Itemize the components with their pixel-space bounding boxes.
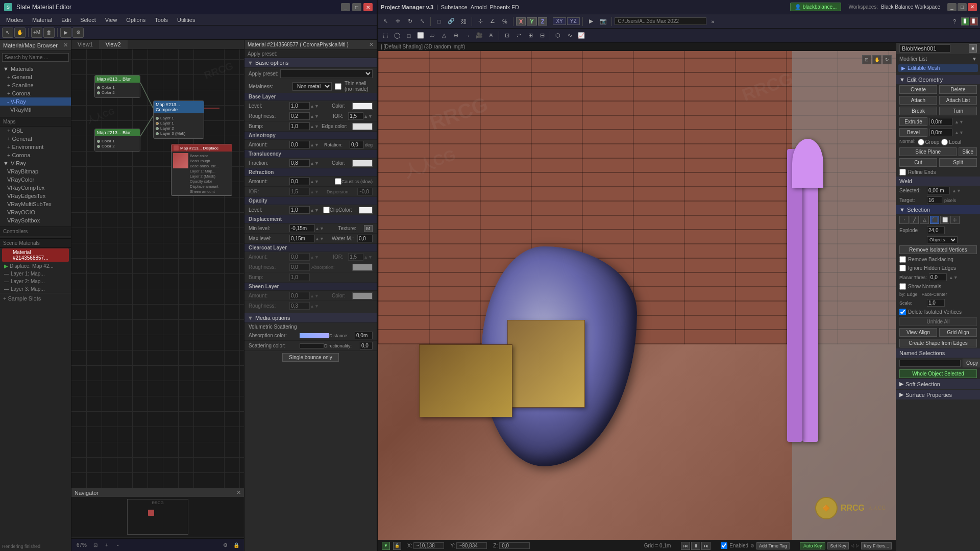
yz-plane-btn[interactable]: YZ [567,17,580,25]
create-btn[interactable]: Create [899,85,937,94]
phoenix-fd-btn[interactable]: Phoenix FD [490,4,519,10]
tb2-curve[interactable]: ∿ [564,31,575,41]
radio-local[interactable]: Local [941,139,961,145]
tb-help-icon[interactable]: ? [949,16,960,27]
menu-edit[interactable]: Edit [57,16,75,24]
tb2-section[interactable]: ⊟ [536,31,548,41]
menu-select[interactable]: Select [76,16,100,24]
tb2-align[interactable]: ⊞ [525,31,536,41]
map-vraysoftbox[interactable]: VRaySoftbox [0,216,71,224]
tb-scale-tool[interactable]: ⤡ [416,16,428,27]
ref-spinner[interactable]: ▲▼ [310,179,319,184]
explode-input[interactable] [927,227,945,234]
weld-target-input[interactable] [927,196,942,204]
hidden-edges-checkbox[interactable] [899,265,906,271]
base-color-swatch[interactable] [352,103,373,110]
tb-settings[interactable]: ⚙ [72,28,84,38]
modifier-list-arrow[interactable]: ▼ [972,56,977,62]
bt-zoom-in[interactable]: + [102,541,111,549]
tb-snap3d[interactable]: ⊹ [475,16,486,27]
bevel-spinner[interactable]: ▲▼ [954,130,964,135]
level-input[interactable] [289,102,310,110]
sel-icon-extra1[interactable]: ⊹ [950,216,960,224]
sel-icon-face[interactable]: △ [920,216,929,224]
vp-zoom-icon[interactable]: ⊡ [862,55,871,64]
rotation-input[interactable] [350,141,364,148]
max-level-spinner[interactable]: ▲▼ [315,236,324,241]
tb2-select[interactable]: ⬚ [380,31,391,41]
sheen-rough-input[interactable] [289,302,310,310]
child-map-displace[interactable]: ▶ Displace: Map #2... [0,262,71,270]
remove-isolated-btn[interactable]: Remove Isolated Vertices [899,245,977,254]
editable-mesh-tag[interactable]: ▶ Editable Mesh [898,64,978,72]
dispersion-input[interactable] [357,188,373,195]
bevel-btn[interactable]: Bevel [899,128,927,137]
bt-settings-icon[interactable]: ⚙ [220,541,230,549]
tb2-target[interactable]: ⊕ [450,31,461,41]
nav-close-icon[interactable]: ✕ [236,489,241,496]
materials-header[interactable]: ▼ Materials [0,65,71,73]
xy-plane-btn[interactable]: XY [553,17,566,25]
map-osl[interactable]: + OSL [0,127,71,135]
set-key-btn[interactable]: Set Key [827,542,849,549]
radio-local-input[interactable] [941,139,948,145]
map-vraycolor[interactable]: VRayColor [0,176,71,184]
metalness-select[interactable]: Non-metal [292,82,332,91]
tb2-mirror[interactable]: ⇌ [513,31,524,41]
named-sel-input[interactable] [899,360,961,367]
menu-tools[interactable]: Tools [151,16,172,24]
view1-tab[interactable]: View1 [71,40,100,49]
aniso-amount-input[interactable] [289,141,310,148]
clearcoat-bump-input[interactable] [289,273,310,281]
tb2-mat[interactable]: ⬡ [552,31,564,41]
ior-spinner[interactable]: ▲▼ [363,114,373,119]
ref-ior-spinner[interactable]: ▲▼ [310,189,319,194]
sel-icon-poly[interactable]: ⬛ [930,216,939,224]
tb-new-mat[interactable]: +M [31,28,42,38]
bump-input[interactable] [289,122,310,130]
search-input[interactable] [2,53,69,62]
single-bounce-btn[interactable]: Single bounce only [282,353,339,362]
extrude-spinner[interactable]: ▲▼ [954,119,964,124]
map-general[interactable]: + General [0,135,71,143]
slate-minimize-btn[interactable]: _ [341,3,350,11]
slice-btn[interactable]: Slice [959,147,977,156]
delete-btn[interactable]: Delete [939,85,977,94]
slice-plane-btn[interactable]: Slice Plane [899,147,957,156]
browser-close-icon[interactable]: ✕ [63,42,68,48]
enabled-checkbox[interactable] [721,542,727,549]
map-vraycomptex[interactable]: VRayCompTex [0,184,71,192]
viewport-mode-btn[interactable]: ▼ [382,542,390,550]
tb-camera-icon[interactable]: 📷 [598,16,609,27]
auto-key-btn[interactable]: Auto Key [800,542,826,549]
z-axis-btn[interactable]: Z [538,17,548,26]
create-shape-btn[interactable]: Create Shape from Edges [899,339,977,347]
tb2-pivot[interactable]: ⊡ [501,31,512,41]
layer-green-icon[interactable]: ▊ [961,17,969,26]
fraction-spinner[interactable]: ▲▼ [310,161,319,166]
attach-list-btn[interactable]: Attach List [939,96,977,105]
whole-object-btn[interactable]: Whole Object Selected [899,369,977,378]
bt-lock-icon[interactable]: 🔒 [232,541,241,549]
ref-ior-input[interactable] [289,188,310,195]
viewport-lock-btn[interactable]: 🔒 [393,542,401,550]
map-vraymultisubtex[interactable]: VRayMultiSubTex [0,200,71,208]
scattering-color[interactable] [300,343,324,348]
user-badge[interactable]: 👤 blackbalance... [790,3,842,11]
directionality-input[interactable] [360,342,373,349]
menu-view[interactable]: View [101,16,121,24]
media-options-header[interactable]: ▼ Media options [244,313,377,323]
prop-close-icon[interactable]: ✕ [369,41,374,48]
trans-color-swatch[interactable] [352,160,373,167]
planar-spinner[interactable]: ▲▼ [949,275,958,280]
max-close-btn[interactable]: ✕ [968,3,977,11]
weld-selected-input[interactable] [927,187,950,194]
slate-maximize-btn[interactable]: □ [352,3,361,11]
project-manager-btn[interactable]: Project Manager v.3 [381,4,433,10]
grid-align-btn[interactable]: Grid Align [939,328,977,337]
water-level-input[interactable] [357,235,373,242]
clearcoat-ior-input[interactable] [348,253,363,261]
view-align-btn[interactable]: View Align [899,328,937,337]
fraction-input[interactable] [289,159,310,167]
sheen-spinner[interactable]: ▲▼ [310,293,319,298]
